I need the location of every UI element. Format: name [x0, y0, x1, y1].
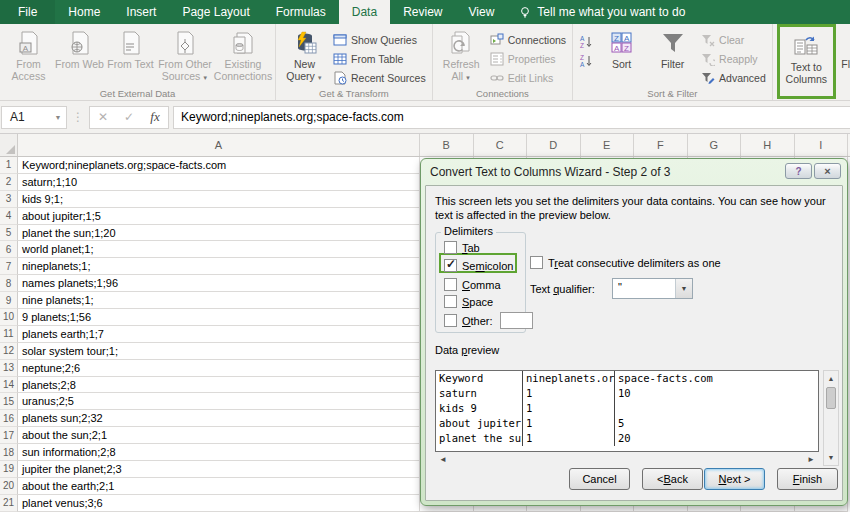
cell-A18[interactable]: sun information;2;8 — [18, 444, 420, 461]
tell-me-box[interactable]: Tell me what you want to do — [507, 0, 697, 24]
confirm-entry-icon[interactable]: ✓ — [116, 110, 142, 124]
cell-A13[interactable]: neptune;2;6 — [18, 360, 420, 377]
row-header[interactable]: 10 — [0, 309, 18, 326]
advanced-filter-button[interactable]: Advanced — [698, 68, 769, 87]
cell-A12[interactable]: solar system tour;1; — [18, 343, 420, 360]
row-header[interactable]: 11 — [0, 326, 18, 343]
treat-consecutive-row[interactable]: Treat consecutive delimiters as one — [530, 256, 721, 269]
column-header-D[interactable]: D — [527, 134, 581, 156]
cell-A20[interactable]: about the earth;2;1 — [18, 478, 420, 495]
semicolon-checkbox[interactable] — [444, 259, 457, 272]
semicolon-checkbox-row[interactable]: Semicolon — [444, 259, 513, 272]
row-header[interactable]: 3 — [0, 191, 18, 208]
row-header[interactable]: 7 — [0, 258, 18, 275]
new-query-button[interactable]: New Query▼ — [279, 26, 330, 84]
recent-sources-button[interactable]: Recent Sources — [330, 68, 429, 87]
cell-A6[interactable]: world planet;1; — [18, 241, 420, 258]
tab-data[interactable]: Data — [339, 0, 390, 24]
tab-page-layout[interactable]: Page Layout — [169, 0, 262, 24]
row-header[interactable]: 16 — [0, 410, 18, 427]
cell-A15[interactable]: uranus;2;5 — [18, 393, 420, 410]
scroll-up-icon[interactable]: ▲ — [824, 371, 838, 386]
sort-ascending-button[interactable]: A Z — [576, 32, 596, 51]
sort-descending-button[interactable]: Z A — [576, 51, 596, 70]
row-header[interactable]: 13 — [0, 360, 18, 377]
sort-button[interactable]: Z A A Z Sort — [596, 26, 647, 71]
other-checkbox[interactable] — [444, 314, 457, 327]
formula-input[interactable]: Keyword;nineplanets.org;space-facts.com — [173, 106, 850, 129]
text-qualifier-combo[interactable]: " ▼ — [612, 278, 693, 299]
comma-checkbox[interactable] — [444, 278, 457, 291]
existing-connections-button[interactable]: Existing Connections — [214, 26, 272, 82]
row-header[interactable]: 5 — [0, 225, 18, 242]
tab-checkbox[interactable] — [444, 241, 457, 254]
row-header[interactable]: 4 — [0, 208, 18, 225]
column-header-G[interactable]: G — [688, 134, 742, 156]
column-header-E[interactable]: E — [581, 134, 635, 156]
reapply-filter-button[interactable]: Reapply — [698, 49, 769, 68]
name-box-dropdown-icon[interactable]: ▼ — [50, 114, 66, 121]
from-text-button[interactable]: From Text — [105, 26, 156, 71]
tab-review[interactable]: Review — [390, 0, 455, 24]
tab-formulas[interactable]: Formulas — [263, 0, 339, 24]
show-queries-button[interactable]: Show Queries — [330, 30, 429, 49]
cancel-entry-icon[interactable]: ✕ — [90, 110, 116, 124]
close-icon[interactable]: × — [814, 163, 841, 179]
preview-vscrollbar[interactable]: ▲ ▼ — [823, 370, 839, 466]
from-web-button[interactable]: From Web — [54, 26, 105, 71]
column-header-F[interactable]: F — [634, 134, 688, 156]
row-header[interactable]: 6 — [0, 241, 18, 258]
row-header[interactable]: 12 — [0, 343, 18, 360]
treat-consecutive-checkbox[interactable] — [530, 256, 543, 269]
tab-checkbox-row[interactable]: Tab — [444, 241, 480, 254]
cell-A5[interactable]: planet the sun;1;20 — [18, 225, 420, 242]
comma-checkbox-row[interactable]: Comma — [444, 278, 501, 291]
select-all-corner[interactable] — [0, 134, 18, 156]
row-header[interactable]: 19 — [0, 461, 18, 478]
tab-home[interactable]: Home — [55, 0, 113, 24]
cell-A16[interactable]: planets sun;2;32 — [18, 410, 420, 427]
next-button[interactable]: Next > — [704, 468, 765, 490]
cell-A3[interactable]: kids 9;1; — [18, 191, 420, 208]
row-header[interactable]: 8 — [0, 275, 18, 292]
row-header[interactable]: 9 — [0, 292, 18, 309]
cell-A8[interactable]: names planets;1;96 — [18, 275, 420, 292]
space-checkbox[interactable] — [444, 295, 457, 308]
row-header[interactable]: 20 — [0, 478, 18, 495]
cancel-button[interactable]: Cancel — [569, 468, 630, 490]
column-header-B[interactable]: B — [420, 134, 474, 156]
insert-function-icon[interactable]: fx — [142, 109, 168, 125]
row-header[interactable]: 2 — [0, 174, 18, 191]
refresh-all-button[interactable]: Refresh All▼ — [436, 26, 487, 84]
scroll-thumb[interactable] — [826, 387, 836, 409]
cell-A21[interactable]: planet venus;3;6 — [18, 495, 420, 512]
connections-button[interactable]: Connections — [487, 30, 569, 49]
flash-fill-button[interactable]: Flash Fill — [837, 26, 850, 71]
cell-A10[interactable]: 9 planets;1;56 — [18, 309, 420, 326]
column-header-C[interactable]: C — [474, 134, 528, 156]
filter-button[interactable]: Filter — [647, 26, 698, 71]
from-access-button[interactable]: A From Access — [3, 26, 54, 82]
row-header[interactable]: 18 — [0, 444, 18, 461]
finish-button[interactable]: Finish — [777, 468, 838, 490]
cell-A14[interactable]: planets;2;8 — [18, 377, 420, 394]
help-icon[interactable]: ? — [785, 163, 812, 179]
cell-A4[interactable]: about jupiter;1;5 — [18, 208, 420, 225]
cell-A19[interactable]: jupiter the planet;2;3 — [18, 461, 420, 478]
text-qualifier-dropdown-icon[interactable]: ▼ — [675, 279, 692, 298]
column-header-A[interactable]: A — [18, 134, 420, 156]
row-header[interactable]: 1 — [0, 157, 18, 174]
back-button[interactable]: < Back — [642, 468, 703, 490]
cell-A9[interactable]: nine planets;1; — [18, 292, 420, 309]
tab-file[interactable]: File — [0, 0, 55, 24]
cell-A2[interactable]: saturn;1;10 — [18, 174, 420, 191]
name-box[interactable]: A1 ▼ — [1, 106, 67, 129]
row-header[interactable]: 14 — [0, 377, 18, 394]
cell-A11[interactable]: planets earth;1;7 — [18, 326, 420, 343]
from-other-sources-button[interactable]: From Other Sources▼ — [156, 26, 214, 84]
from-table-button[interactable]: From Table — [330, 49, 429, 68]
space-checkbox-row[interactable]: Space — [444, 295, 493, 308]
column-header-I[interactable]: I — [795, 134, 849, 156]
other-delimiter-input[interactable] — [500, 312, 533, 329]
text-to-columns-button[interactable]: Text to Columns — [781, 29, 832, 85]
